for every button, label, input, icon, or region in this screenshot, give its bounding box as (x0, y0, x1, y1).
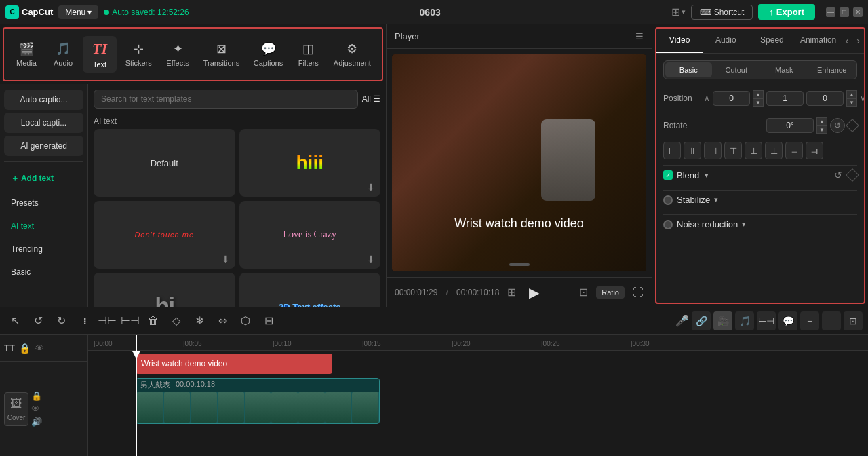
freeze-button[interactable]: ❄ (190, 311, 209, 330)
cover-label[interactable]: 🖼 Cover (4, 392, 28, 426)
ratio-button[interactable]: Ratio (596, 286, 625, 299)
template-default[interactable]: Default (94, 129, 235, 197)
video-lock-icon[interactable]: 🔒 (31, 391, 42, 401)
crop-button[interactable]: ⊟ (259, 311, 278, 330)
tab-speed[interactable]: Speed (749, 28, 795, 53)
search-input[interactable] (94, 90, 358, 109)
tab-adjustment[interactable]: ⚙ Adjustment (328, 37, 376, 71)
caption-track-button[interactable]: 💬 (778, 311, 797, 330)
video-track-button[interactable]: 🎥 (713, 311, 732, 330)
position-z-down[interactable]: ▼ (846, 98, 857, 107)
undo-button[interactable]: ↺ (28, 311, 47, 330)
tab-text[interactable]: TI Text (83, 36, 117, 73)
position-x-up[interactable]: ▲ (753, 90, 764, 98)
position-x-down[interactable]: ▼ (753, 98, 764, 107)
keyframe-button[interactable]: ◇ (167, 311, 186, 330)
blend-keyframe-button[interactable] (846, 168, 859, 182)
align-center-v-button[interactable]: ⊥ (745, 142, 762, 159)
blend-dropdown-arrow[interactable]: ▾ (705, 171, 709, 180)
rotate-stepper[interactable]: ▲ ▼ (816, 117, 827, 134)
rotate-reset-button[interactable]: ↺ (830, 118, 845, 133)
sub-tab-enhance[interactable]: Enhance (809, 62, 856, 77)
rotate-input[interactable] (766, 118, 814, 133)
tab-media[interactable]: 🎬 Media (9, 37, 43, 71)
sidebar-item-basic[interactable]: Basic (4, 262, 83, 282)
grid-icon[interactable]: ⊞ (507, 286, 516, 299)
blend-reset-icon[interactable]: ↺ (834, 170, 842, 180)
video-clip[interactable]: 男人戴表 00:00:10:18 (136, 378, 380, 424)
tab-video[interactable]: Video (656, 28, 703, 53)
split-left-button[interactable]: ⊢⊣ (121, 311, 140, 330)
position-z-up[interactable]: ▲ (846, 90, 857, 98)
blend-checkbox[interactable]: ✓ (663, 170, 673, 180)
noise-reduction-dropdown-arrow[interactable]: ▾ (742, 220, 746, 229)
play-button[interactable]: ▶ (524, 283, 543, 302)
position-x-stepper[interactable]: ▲ ▼ (753, 90, 764, 107)
tab-filters[interactable]: ◫ Filters (292, 37, 326, 71)
ai-generated-button[interactable]: AI generated (4, 136, 83, 156)
stabilize-toggle[interactable] (663, 195, 673, 205)
mic-icon[interactable]: 🎤 (675, 314, 689, 327)
maximize-button[interactable]: □ (840, 7, 849, 17)
local-caption-button[interactable]: Local capti... (4, 113, 83, 133)
all-button[interactable]: All ☰ (362, 94, 380, 104)
sidebar-item-presets[interactable]: Presets (4, 193, 83, 213)
stabilize-dropdown-arrow[interactable]: ▾ (714, 195, 718, 204)
tab-arrow-right[interactable]: › (852, 28, 864, 53)
tab-audio[interactable]: Audio (703, 28, 749, 53)
flip-h-button[interactable]: ⇔ (213, 311, 232, 330)
template-dont-touch[interactable]: Don't touch me ⬇ (94, 201, 235, 269)
tab-audio[interactable]: 🎵 Audio (46, 37, 80, 71)
zoom-fit-icon[interactable]: ⊡ (579, 286, 588, 299)
tab-captions[interactable]: 💬 Captions (248, 37, 288, 71)
sub-tab-basic[interactable]: Basic (665, 62, 712, 77)
position-x-input[interactable] (713, 91, 750, 106)
close-button[interactable]: ✕ (853, 7, 863, 17)
align-center-h-button[interactable]: ⊣⊢ (684, 142, 701, 159)
align-left-button[interactable]: ⊢ (663, 142, 681, 159)
sub-tab-mask[interactable]: Mask (761, 62, 808, 77)
video-audio-icon[interactable]: 🔊 (31, 417, 42, 427)
mask-button[interactable]: ⬡ (236, 311, 255, 330)
auto-caption-button[interactable]: Auto captio... (4, 90, 83, 110)
split-button[interactable]: ⫶ (75, 311, 94, 330)
export-button[interactable]: ↑ Export (758, 4, 815, 20)
sidebar-item-ai-text[interactable]: AI text (4, 216, 83, 236)
tab-more-button[interactable]: ‹ (842, 28, 853, 53)
minimize-button[interactable]: — (826, 7, 835, 17)
text-clip[interactable]: Wrist watch demo video (136, 354, 332, 374)
noise-reduction-toggle[interactable] (663, 220, 673, 229)
menu-button[interactable]: Menu ▾ (58, 5, 98, 19)
rotate-down[interactable]: ▼ (816, 126, 827, 134)
redo-button[interactable]: ↻ (52, 311, 71, 330)
shortcut-button[interactable]: ⌨ Shortcut (691, 5, 753, 20)
align-bottom-button[interactable]: ⊥ (765, 142, 783, 159)
tab-stickers[interactable]: ⊹ Stickers (119, 37, 157, 71)
tab-transitions[interactable]: ⊠ Transitions (198, 37, 245, 71)
fullscreen-button[interactable]: ⛶ (633, 286, 644, 299)
layout-icon[interactable]: ⊞ ▾ (671, 5, 686, 18)
template-love-crazy[interactable]: Love is Crazy ⬇ (239, 201, 381, 269)
template-hi-stone[interactable]: hi ⬇ (94, 273, 235, 307)
align-right-button[interactable]: ⊣ (704, 142, 722, 159)
fit-button[interactable]: ⊡ (844, 311, 863, 330)
sub-tab-cutout[interactable]: Cutout (713, 62, 760, 77)
position-y-input[interactable] (766, 91, 804, 106)
sidebar-item-trending[interactable]: Trending (4, 239, 83, 259)
zoom-in-button[interactable]: — (822, 311, 841, 330)
template-3d-effects[interactable]: 3D Text effects ⬇ (239, 273, 381, 307)
position-z-input[interactable] (806, 91, 844, 106)
audio-link-button[interactable]: 🔗 (692, 311, 711, 330)
rotate-keyframe-button[interactable] (846, 119, 859, 132)
video-eye-icon[interactable]: 👁 (31, 404, 42, 414)
audio-track-button[interactable]: 🎵 (735, 311, 754, 330)
player-menu-icon[interactable]: ☰ (635, 31, 644, 41)
split-right-button[interactable]: ⊣⊢ (98, 311, 117, 330)
align-dist-h-button[interactable]: ⫤ (785, 142, 803, 159)
text-eye-icon[interactable]: 👁 (35, 343, 44, 354)
text-lock-icon[interactable]: 🔒 (19, 343, 31, 354)
zoom-out-button[interactable]: − (800, 311, 819, 330)
position-z-stepper[interactable]: ▲ ▼ (846, 90, 857, 107)
delete-button[interactable]: 🗑 (144, 311, 163, 330)
template-hiii[interactable]: hiii ⬇ (239, 129, 381, 197)
